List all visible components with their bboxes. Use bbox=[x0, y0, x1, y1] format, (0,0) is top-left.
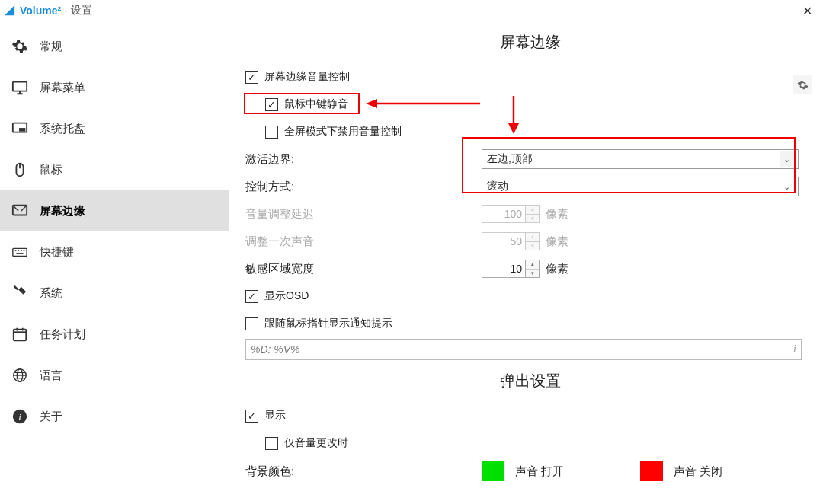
label-sound-off: 声音 关闭 bbox=[674, 464, 722, 479]
checkbox-edge-volume-control[interactable] bbox=[245, 71, 258, 84]
spinner-sensitive-width[interactable]: ▴▾ bbox=[526, 260, 540, 278]
svg-marker-0 bbox=[5, 5, 14, 15]
label-bg-color: 背景颜色: bbox=[245, 464, 482, 479]
color-swatch-sound-on[interactable] bbox=[482, 461, 504, 481]
sidebar: 常规 屏幕菜单 系统托盘 鼠标 屏幕边缘 bbox=[0, 21, 229, 504]
checkbox-popup-show[interactable] bbox=[245, 410, 258, 423]
svg-rect-7 bbox=[13, 248, 27, 256]
unit-label: 像素 bbox=[546, 262, 568, 276]
svg-rect-3 bbox=[20, 129, 24, 131]
unit-label: 像素 bbox=[546, 234, 568, 249]
color-swatch-sound-off[interactable] bbox=[640, 461, 663, 481]
svg-text:i: i bbox=[18, 412, 21, 423]
sidebar-item-mouse[interactable]: 鼠标 bbox=[0, 149, 229, 190]
info-icon[interactable]: i bbox=[793, 343, 796, 356]
sidebar-item-label: 任务计划 bbox=[40, 327, 85, 342]
sidebar-item-label: 关于 bbox=[40, 410, 62, 424]
label-volume-delay: 音量调整延迟 bbox=[245, 207, 482, 222]
spinner-volume-delay[interactable]: ▴▾ bbox=[526, 205, 540, 223]
checkbox-label: 鼠标中键静音 bbox=[284, 97, 348, 111]
edge-icon bbox=[11, 202, 29, 220]
checkbox-label: 显示 bbox=[264, 409, 286, 423]
checkbox-label: 仅音量更改时 bbox=[284, 436, 348, 450]
label-sensitive-width: 敏感区域宽度 bbox=[245, 262, 482, 276]
sidebar-item-label: 系统托盘 bbox=[40, 122, 85, 136]
app-logo-icon bbox=[5, 5, 15, 16]
checkbox-middle-click-mute[interactable] bbox=[265, 98, 278, 111]
settings-gear-button[interactable] bbox=[793, 75, 812, 94]
keyboard-icon bbox=[11, 243, 29, 261]
content-panel: 屏幕边缘 屏幕边缘音量控制 鼠标中键静音 全屏模式下禁用音量控制 激活边界: 左… bbox=[229, 21, 823, 504]
gear-icon bbox=[11, 37, 29, 56]
checkbox-only-on-change[interactable] bbox=[265, 437, 278, 450]
section-title-screen-edge: 屏幕边缘 bbox=[245, 32, 815, 53]
input-adjust-once[interactable]: 50 bbox=[482, 232, 526, 250]
sidebar-item-about[interactable]: i 关于 bbox=[0, 396, 229, 437]
label-sound-on: 声音 打开 bbox=[515, 464, 564, 479]
checkbox-follow-mouse[interactable] bbox=[245, 317, 258, 330]
sidebar-item-language[interactable]: 语言 bbox=[0, 355, 229, 396]
checkbox-show-osd[interactable] bbox=[245, 290, 258, 303]
mouse-icon bbox=[11, 161, 29, 179]
select-value: 左边,顶部 bbox=[487, 152, 533, 166]
sidebar-item-label: 屏幕边缘 bbox=[40, 204, 85, 219]
window-title-app: Volume² bbox=[20, 5, 61, 17]
calendar-icon bbox=[11, 325, 29, 343]
sidebar-item-screen-edge[interactable]: 屏幕边缘 bbox=[0, 190, 229, 231]
monitor-icon bbox=[11, 78, 29, 97]
label-control-method: 控制方式: bbox=[245, 180, 482, 194]
titlebar: Volume² - 设置 ✕ bbox=[0, 0, 823, 21]
globe-icon bbox=[11, 366, 29, 384]
sidebar-item-label: 语言 bbox=[40, 368, 62, 383]
spinner-adjust-once[interactable]: ▴▾ bbox=[526, 232, 540, 250]
section-title-popup: 弹出设置 bbox=[245, 371, 815, 391]
checkbox-label: 跟随鼠标指针显示通知提示 bbox=[264, 317, 392, 330]
select-control-method[interactable]: 滚动 ⌄ bbox=[482, 177, 799, 196]
sidebar-item-label: 常规 bbox=[40, 40, 62, 54]
sidebar-item-tray[interactable]: 系统托盘 bbox=[0, 108, 229, 149]
input-sensitive-width[interactable]: 10 bbox=[482, 260, 526, 278]
input-format-string[interactable]: %D: %V% i bbox=[245, 339, 802, 360]
select-value: 滚动 bbox=[487, 180, 508, 193]
checkbox-label: 屏幕边缘音量控制 bbox=[264, 70, 350, 84]
sidebar-item-label: 鼠标 bbox=[40, 163, 62, 177]
label-adjust-once: 调整一次声音 bbox=[245, 234, 482, 249]
select-activate-border[interactable]: 左边,顶部 ⌄ bbox=[482, 149, 799, 169]
svg-rect-13 bbox=[14, 330, 27, 341]
close-button[interactable]: ✕ bbox=[796, 2, 818, 19]
unit-label: 像素 bbox=[546, 207, 568, 222]
window-title-sub: 设置 bbox=[71, 4, 92, 18]
sidebar-item-hotkeys[interactable]: 快捷键 bbox=[0, 231, 229, 273]
input-volume-delay[interactable]: 100 bbox=[482, 205, 526, 223]
checkbox-label: 显示OSD bbox=[264, 289, 309, 303]
sidebar-item-schedule[interactable]: 任务计划 bbox=[0, 314, 229, 355]
checkbox-fullscreen-disable[interactable] bbox=[265, 126, 278, 139]
svg-rect-1 bbox=[13, 82, 27, 91]
label-activate-border: 激活边界: bbox=[245, 152, 482, 167]
tray-icon bbox=[11, 120, 29, 138]
sidebar-item-osd[interactable]: 屏幕菜单 bbox=[0, 67, 229, 108]
chevron-down-icon: ⌄ bbox=[780, 178, 793, 195]
checkbox-label: 全屏模式下禁用音量控制 bbox=[284, 125, 402, 139]
window-title-sep: - bbox=[64, 5, 68, 17]
tools-icon bbox=[11, 284, 29, 302]
sidebar-item-system[interactable]: 系统 bbox=[0, 273, 229, 314]
chevron-down-icon: ⌄ bbox=[780, 151, 793, 167]
sidebar-item-label: 屏幕菜单 bbox=[40, 81, 85, 95]
info-icon: i bbox=[11, 407, 29, 426]
input-value: %D: %V% bbox=[251, 343, 300, 356]
sidebar-item-label: 系统 bbox=[40, 286, 62, 301]
sidebar-item-label: 快捷键 bbox=[40, 245, 74, 260]
sidebar-item-general[interactable]: 常规 bbox=[0, 26, 229, 67]
